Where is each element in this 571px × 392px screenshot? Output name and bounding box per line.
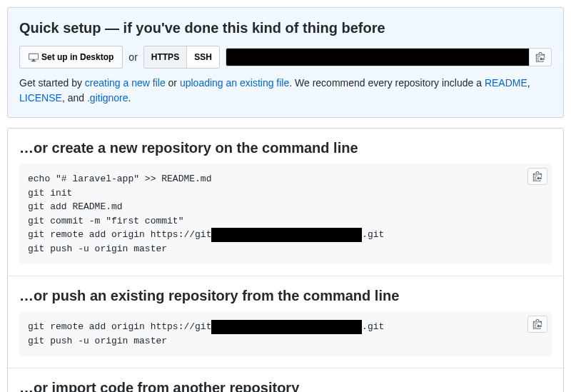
create-file-link[interactable]: creating a new file: [85, 77, 166, 89]
create-repo-code: echo "# laravel-app" >> README.md git in…: [19, 164, 552, 264]
push-repo-code: git remote add origin https://git███████…: [19, 311, 552, 356]
push-repo-section: …or push an existing repository from the…: [8, 276, 563, 368]
clipboard-icon: [532, 319, 542, 329]
instructions-panel: …or create a new repository on the comma…: [7, 128, 564, 392]
readme-link[interactable]: README: [485, 77, 527, 89]
redacted-text: ███████████████████████████: [211, 228, 362, 242]
import-title: …or import code from another repository: [19, 380, 552, 392]
create-repo-title: …or create a new repository on the comma…: [19, 140, 552, 156]
gitignore-link[interactable]: .gitignore: [87, 92, 128, 104]
protocol-toggle: HTTPS SSH: [143, 46, 220, 69]
clone-url-input[interactable]: [226, 48, 530, 66]
clipboard-icon: [535, 52, 545, 62]
copy-create-code-button[interactable]: [527, 168, 547, 185]
push-repo-title: …or push an existing repository from the…: [19, 288, 552, 304]
clipboard-icon: [532, 171, 542, 181]
redacted-text: ███████████████████████████: [211, 320, 362, 334]
copy-push-code-button[interactable]: [527, 316, 547, 333]
or-text: or: [128, 51, 137, 63]
create-repo-section: …or create a new repository on the comma…: [8, 129, 563, 276]
quick-setup-panel: Quick setup — if you've done this kind o…: [7, 7, 564, 118]
quick-setup-toolbar: Set up in Desktop or HTTPS SSH: [19, 46, 552, 69]
license-link[interactable]: LICENSE: [19, 92, 62, 104]
setup-desktop-button[interactable]: Set up in Desktop: [19, 46, 123, 69]
upload-file-link[interactable]: uploading an existing file: [180, 77, 289, 89]
clone-url-group: [226, 48, 552, 66]
ssh-button[interactable]: SSH: [186, 46, 219, 68]
setup-desktop-label: Set up in Desktop: [41, 50, 113, 64]
desktop-icon: [29, 52, 39, 62]
quick-setup-title: Quick setup — if you've done this kind o…: [19, 19, 552, 37]
copy-url-button[interactable]: [530, 48, 552, 66]
https-button[interactable]: HTTPS: [144, 46, 186, 68]
help-text: Get started by creating a new file or up…: [19, 76, 552, 106]
import-section: …or import code from another repository …: [8, 368, 563, 392]
